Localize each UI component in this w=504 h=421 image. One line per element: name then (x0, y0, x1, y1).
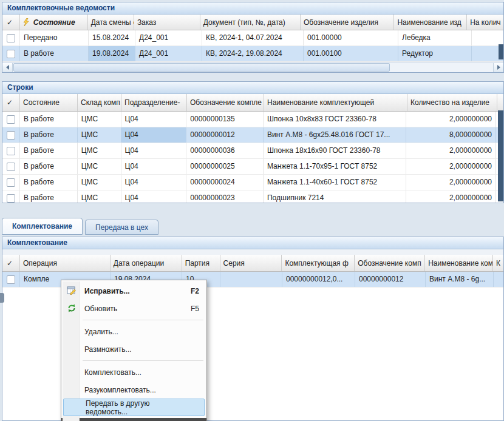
stroki-row-4[interactable]: В работе ЦМС Ц04 00000000025 Манжета 1.1… (2, 159, 503, 175)
tab-peredacha-v-tseh[interactable]: Передача в цех (85, 220, 158, 235)
stroki-row-5[interactable]: В работе ЦМС Ц04 00000000024 Манжета 1.1… (2, 175, 503, 190)
cell-qty[interactable]: 2,000000000 (406, 190, 496, 203)
cell-product-name[interactable]: Лебедка (398, 30, 472, 45)
column-header-name[interactable]: Наименование ком (425, 255, 493, 271)
cell-designation[interactable]: 00000000036 (186, 143, 264, 158)
stroki-row-1[interactable]: В работе ЦМС Ц04 00000000135 Шпонка 10х8… (2, 112, 503, 127)
cell-state[interactable]: В работе (20, 112, 78, 127)
cell-designation[interactable]: 00000000025 (186, 159, 264, 174)
cell-name[interactable]: Манжета 1.1-40х60-1 ГОСТ 8752 (264, 175, 406, 190)
cell-department[interactable]: Ц04 (121, 190, 187, 203)
cell-qty[interactable] (494, 272, 503, 287)
scrollbar-thumb[interactable] (13, 63, 390, 72)
vertical-scrollbar[interactable] (498, 110, 503, 201)
cell-state[interactable]: В работе (20, 175, 78, 190)
row-checkbox-cell[interactable] (2, 127, 20, 143)
column-header-name[interactable]: Наименование комплектующей (264, 94, 407, 111)
cell-name[interactable]: Шпонка 18х16х90 ГОСТ 23360-78 (264, 143, 406, 158)
cell-qty[interactable]: 2,000000000 (406, 159, 496, 174)
row-checkbox-cell[interactable] (2, 30, 20, 45)
cell-order[interactable]: Д24_001 (135, 46, 202, 61)
row-checkbox-cell[interactable] (2, 190, 20, 203)
row-checkbox-cell[interactable] (2, 143, 20, 158)
column-header-operation[interactable]: Операция (20, 255, 111, 271)
cell-qty[interactable]: 2,000000000 (406, 175, 496, 190)
cell-qty[interactable]: 2,000000000 (406, 143, 496, 158)
cell-department[interactable]: Ц04 (121, 143, 187, 158)
vedomosti-row-2-selected[interactable]: В работе 19.08.2024 Д24_001 КВ, 2024-2, … (2, 46, 503, 62)
cell-product[interactable]: 001.00100 (304, 46, 398, 61)
row-checkbox[interactable] (7, 147, 15, 155)
cell-warehouse[interactable]: ЦМС (78, 112, 121, 127)
row-checkbox-cell[interactable] (2, 112, 20, 127)
cell-date-focused[interactable]: 19.08.2024 (89, 46, 135, 61)
cell-warehouse[interactable]: ЦМС (78, 143, 121, 158)
cell-state[interactable]: В работе (20, 46, 89, 61)
select-all-header[interactable]: ✓ (2, 255, 20, 271)
cell-state[interactable]: В работе (20, 143, 78, 158)
stroki-row-3[interactable]: В работе ЦМС Ц04 00000000036 Шпонка 18х1… (2, 143, 503, 159)
column-header-date[interactable]: Дата смены сост (88, 15, 134, 30)
column-header-product-name[interactable]: Наименование изд (394, 15, 467, 30)
row-checkbox[interactable] (7, 163, 15, 171)
cell-qty[interactable]: 2,000000000 (406, 112, 496, 127)
row-checkbox[interactable] (7, 50, 15, 58)
tab-komplektovanie[interactable]: Комплектование (2, 218, 83, 235)
row-checkbox[interactable] (7, 178, 15, 187)
column-header-designation[interactable]: Обозначение комп (355, 255, 425, 271)
cell-designation[interactable]: 00000000023 (186, 190, 264, 203)
row-checkbox[interactable] (7, 194, 15, 203)
cell-department[interactable]: Ц04 (121, 112, 187, 127)
cell-series[interactable] (220, 272, 282, 287)
column-header-department[interactable]: Подразделение- (121, 94, 187, 111)
row-checkbox[interactable] (7, 34, 15, 42)
column-header-qty[interactable]: На колич (467, 15, 503, 30)
cell-designation[interactable]: 00000000012 (186, 127, 264, 143)
cell-department-focused[interactable]: Ц04 (121, 127, 187, 143)
scroll-left-button[interactable] (2, 63, 13, 72)
cell-warehouse[interactable]: ЦМС (78, 190, 121, 203)
stroki-row-2-selected[interactable]: В работе ЦМС Ц04 00000000012 Винт А.М8 -… (2, 127, 503, 143)
cell-name[interactable]: Винт А.М8 - 6gх25.48.016 ГОСТ 17... (264, 127, 406, 143)
vedomosti-row-1[interactable]: Передано 15.08.2024 Д24_001 КВ, 2024-1, … (2, 30, 503, 46)
menu-item-komplektovat[interactable]: Комплектовать... (63, 363, 205, 381)
menu-item-delete[interactable]: Удалить... (63, 323, 205, 340)
cell-designation[interactable]: 00000000012 (355, 272, 426, 287)
column-header-qty[interactable]: К (493, 255, 503, 271)
select-all-header[interactable]: ✓ (2, 15, 20, 30)
cell-state[interactable]: В работе (20, 159, 78, 174)
column-header-batch[interactable]: Партия (182, 255, 220, 271)
cell-name[interactable]: Манжета 1.1-70х95-1 ГОСТ 8752 (264, 159, 406, 174)
cell-state[interactable]: В работе (20, 127, 78, 143)
column-header-state[interactable]: Состояние (20, 15, 88, 30)
cell-designation[interactable]: 00000000135 (186, 112, 264, 127)
row-checkbox-cell[interactable] (2, 159, 20, 174)
cell-product[interactable]: 001.00000 (304, 30, 398, 45)
cell-designation[interactable]: 00000000024 (186, 175, 264, 190)
stroki-row-6[interactable]: В работе ЦМС Ц04 00000000023 Подшипник 7… (2, 190, 503, 203)
select-all-header[interactable]: ✓ (2, 94, 20, 111)
horizontal-scrollbar[interactable] (2, 62, 503, 72)
cell-order[interactable]: Д24_001 (135, 30, 202, 45)
cell-state[interactable]: Передано (20, 30, 89, 45)
row-checkbox-cell[interactable] (2, 46, 20, 61)
cell-warehouse[interactable]: ЦМС (78, 175, 121, 190)
row-checkbox-cell[interactable] (2, 175, 20, 190)
cell-product-name[interactable]: Редуктор (398, 46, 472, 61)
cell-warehouse[interactable]: ЦМС (78, 127, 121, 143)
cell-qty[interactable] (472, 30, 503, 45)
cell-doc[interactable]: КВ, 2024-1, 04.07.2024 (202, 30, 304, 45)
cell-department[interactable]: Ц04 (121, 175, 187, 190)
cell-warehouse[interactable]: ЦМС (78, 159, 121, 174)
cell-component[interactable]: 00000000012,0... (282, 272, 355, 287)
menu-item-duplicate[interactable]: Размножить... (63, 340, 205, 358)
row-checkbox[interactable] (7, 131, 15, 140)
cell-name[interactable]: Подшипник 7214 (264, 190, 406, 203)
splitter-grip[interactable] (0, 293, 4, 303)
column-header-date[interactable]: Дата операции (111, 255, 182, 271)
menu-item-transfer-highlighted[interactable]: Передать в другую ведомость... (63, 399, 205, 416)
column-header-doc[interactable]: Документ (тип, №, дата) (200, 15, 301, 30)
column-header-order[interactable]: Заказ (134, 15, 200, 30)
scroll-right-button[interactable] (493, 63, 503, 72)
cell-name[interactable]: Винт А.М8 - 6g... (426, 272, 494, 287)
